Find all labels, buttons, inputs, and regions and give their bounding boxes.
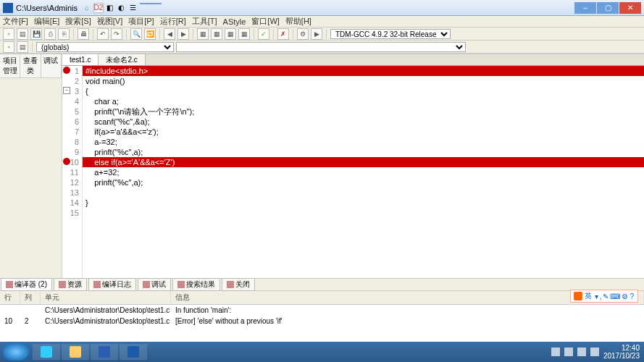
error-row[interactable]: 102C:\Users\Administrator\Desktop\test1.… [0, 316, 644, 327]
menu-item[interactable]: 运行[R] [160, 16, 186, 27]
code-line[interactable]: prinft("%c",a); [83, 147, 644, 157]
menu-item[interactable]: 文件[F] [3, 16, 28, 27]
left-tab[interactable]: 调试 [41, 54, 62, 77]
code-line[interactable]: a+=32; [83, 167, 644, 177]
bottom-tab[interactable]: 编译器 (2) [1, 278, 52, 291]
file-tab[interactable]: 未命名2.c [99, 54, 145, 65]
ime-lang[interactable]: 英 [585, 291, 592, 301]
tray-net-icon[interactable] [564, 348, 573, 356]
extra-icon-2[interactable]: ◐ [117, 3, 127, 13]
code-line[interactable]: { [83, 86, 644, 96]
grid3-icon[interactable]: ▦ [225, 28, 236, 40]
code-area[interactable]: 123−456789101112131415 #include<stdio.h>… [62, 66, 644, 278]
run-icon[interactable]: ▶ [311, 28, 322, 40]
open-proj-icon[interactable]: ▤ [17, 41, 28, 53]
code-line[interactable]: char a; [83, 96, 644, 106]
grid2-icon[interactable]: ▦ [211, 28, 222, 40]
member-select[interactable] [176, 42, 466, 52]
separator [93, 29, 93, 39]
code-line[interactable]: else if(a>='A'&&a<='Z') [83, 157, 644, 167]
undo-icon[interactable]: ↶ [97, 28, 109, 40]
clock[interactable]: 12:40 2017/10/23 [603, 344, 640, 360]
bottom-tab[interactable]: 资源 [54, 278, 87, 291]
title-quick-icons: ⌂ D2 ◧ ◐ ☰ [82, 3, 162, 13]
grid4-icon[interactable]: ▦ [238, 28, 250, 40]
left-tab[interactable]: 查看类 [20, 54, 41, 77]
check-icon[interactable]: ✓ [258, 28, 269, 40]
extra-icon-1[interactable]: ◧ [105, 3, 115, 13]
code-line[interactable] [83, 208, 644, 218]
compile-icon[interactable]: ⚙ [297, 28, 309, 40]
menu-item[interactable]: 帮助[H] [285, 16, 311, 27]
back-icon[interactable]: ◀ [164, 28, 175, 40]
ime-logo-icon[interactable] [574, 292, 582, 300]
ime-icon[interactable]: ▾ [595, 292, 598, 300]
open-file-icon[interactable]: ▤ [17, 28, 28, 40]
redo-icon[interactable]: ↷ [111, 28, 122, 40]
code-lines[interactable]: #include<stdio.h>void main(){ char a; pr… [83, 66, 644, 278]
print-icon[interactable]: 🖶 [78, 28, 89, 40]
save-icon[interactable]: 💾 [30, 28, 42, 40]
menu-item[interactable]: 视图[V] [97, 16, 122, 27]
tray-vol-icon[interactable] [577, 348, 586, 356]
left-tab[interactable]: 项目管理 [0, 54, 20, 77]
system-tray: 12:40 2017/10/23 [547, 344, 644, 360]
code-line[interactable] [83, 188, 644, 198]
maximize-button[interactable]: ▢ [597, 2, 619, 14]
code-line[interactable]: scanf("%c",&a); [83, 117, 644, 127]
bottom-tab[interactable]: 关闭 [222, 278, 255, 291]
main-area: 项目管理查看类调试 test1.c未命名2.c 123−456789101112… [0, 54, 644, 278]
forward-icon[interactable]: ▶ [177, 28, 189, 40]
ime-icon[interactable]: ✎ [603, 292, 609, 300]
ime-icon[interactable]: , [600, 292, 602, 300]
save-as-icon[interactable]: ⎘ [58, 28, 70, 40]
code-line[interactable]: #include<stdio.h> [83, 66, 644, 76]
file-tab[interactable]: test1.c [62, 54, 99, 65]
taskbar-explorer-icon[interactable] [62, 344, 89, 360]
taskbar-devcpp-icon[interactable] [120, 344, 147, 360]
code-line[interactable]: if(a>='a'&&a<='z'); [83, 127, 644, 137]
home-icon[interactable]: ⌂ [82, 3, 92, 13]
close-button[interactable]: ✕ [619, 2, 641, 14]
extra-icon-3[interactable]: ☰ [128, 3, 138, 13]
tab-label[interactable]: D2 [93, 3, 104, 13]
new-file-icon[interactable]: ▫ [3, 28, 14, 40]
editor: test1.c未命名2.c 123−456789101112131415 #in… [62, 54, 644, 278]
extra-icon-4[interactable] [140, 3, 162, 13]
menu-item[interactable]: 编辑[E] [34, 16, 59, 27]
code-line[interactable]: a-=32; [83, 137, 644, 147]
minimize-button[interactable]: – [574, 2, 596, 14]
bottom-tab[interactable]: 搜索结果 [172, 278, 220, 291]
tray-msg-icon[interactable] [590, 348, 599, 356]
ime-icon[interactable]: ? [630, 292, 634, 300]
ime-icon[interactable]: ⌨ [610, 292, 620, 300]
menu-item[interactable]: 搜索[S] [65, 16, 91, 27]
ime-icon[interactable]: ⚙ [622, 292, 628, 300]
error-row[interactable]: C:\Users\Administrator\Desktop\test1.cIn… [0, 305, 644, 316]
scope-select[interactable]: (globals) [36, 42, 174, 52]
ime-toolbar[interactable]: 英 ▾,✎⌨⚙? [570, 290, 638, 303]
menu-item[interactable]: 工具[T] [192, 16, 217, 27]
menu-item[interactable]: AStyle [223, 17, 246, 26]
taskbar-word-icon[interactable] [91, 344, 118, 360]
tray-flag-icon[interactable] [551, 348, 560, 356]
bottom-tab[interactable]: 编译日志 [88, 278, 136, 291]
replace-icon[interactable]: 🔁 [144, 28, 156, 40]
start-button[interactable] [3, 343, 29, 361]
menu-item[interactable]: 窗口[W] [251, 16, 280, 27]
new-proj-icon[interactable]: ▫ [3, 41, 14, 53]
menu-item[interactable]: 项目[P] [128, 16, 154, 27]
code-line[interactable]: prinft("\n请输入一个字符\n"); [83, 106, 644, 117]
find-icon[interactable]: 🔍 [130, 28, 142, 40]
cross-icon[interactable]: ✗ [277, 28, 289, 40]
save-all-icon[interactable]: ⎙ [44, 28, 56, 40]
code-line[interactable]: prinft("%c",a); [83, 177, 644, 188]
titlebar: C:\Users\Adminis ⌂ D2 ◧ ◐ ☰ – ▢ ✕ [0, 0, 644, 16]
code-line[interactable]: } [83, 198, 644, 208]
taskbar-ie-icon[interactable] [33, 344, 60, 360]
bottom-tab[interactable]: 调试 [138, 278, 171, 291]
code-line[interactable]: void main() [83, 76, 644, 86]
compiler-select[interactable]: TDM-GCC 4.9.2 32-bit Release [330, 29, 451, 39]
separator [73, 29, 74, 39]
grid-icon[interactable]: ▦ [197, 28, 209, 40]
